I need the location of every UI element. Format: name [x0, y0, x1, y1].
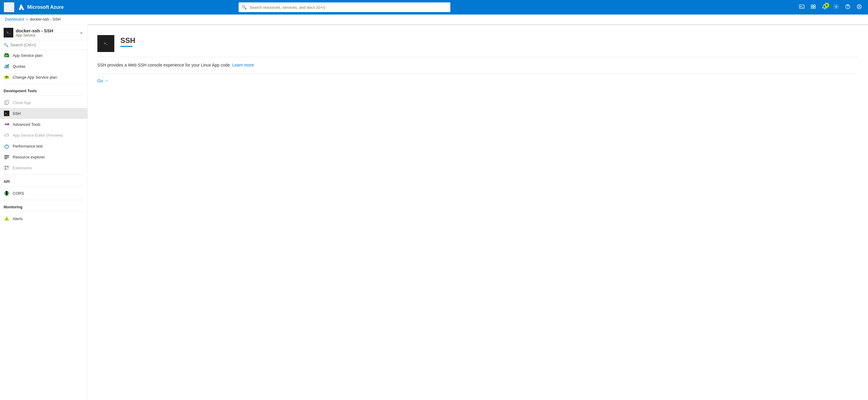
sidebar-item-change-plan[interactable]: Change App Service plan	[0, 72, 87, 83]
divider-6	[4, 212, 84, 212]
sidebar-item-ssh[interactable]: >_ SSH	[0, 108, 87, 119]
svg-rect-32	[4, 157, 9, 157]
sidebar-item-clone-app[interactable]: Clone App	[0, 97, 87, 108]
svg-rect-35	[7, 166, 9, 167]
svg-point-42	[6, 220, 7, 220]
help-button[interactable]	[843, 2, 853, 12]
main-layout: >_ docker-ssh - SSH App Service « 🔍 App …	[0, 24, 868, 400]
svg-line-28	[6, 133, 7, 137]
sidebar-resource-subtitle: App Service	[16, 33, 53, 37]
resource-explorer-icon	[4, 154, 10, 160]
sidebar-change-plan-label: Change App Service plan	[13, 75, 57, 80]
search-icon: 🔍	[242, 5, 247, 10]
svg-rect-19	[6, 66, 7, 68]
sidebar-app-service-plan-label: App Service plan	[13, 53, 42, 58]
sidebar-scroll-area: App Service plan Quotas Change App Servi…	[0, 50, 87, 400]
sidebar-ssh-label: SSH	[13, 111, 21, 116]
sidebar-search-icon: 🔍	[4, 43, 8, 47]
performance-test-icon	[4, 143, 10, 149]
breadcrumb-current: docker-ssh - SSH	[30, 17, 61, 22]
divider-4	[4, 186, 84, 187]
quotas-icon	[4, 63, 10, 69]
content-resource-icon: >_	[97, 35, 114, 52]
svg-rect-7	[813, 7, 815, 8]
hamburger-menu-button[interactable]: ☰	[4, 2, 14, 12]
svg-rect-31	[4, 155, 9, 156]
extensions-icon	[4, 165, 10, 171]
svg-rect-4	[811, 5, 813, 6]
settings-button[interactable]	[831, 2, 841, 12]
top-nav: ☰ Microsoft Azure 🔍 6	[0, 0, 868, 14]
change-plan-icon	[4, 74, 10, 80]
sidebar-clone-app-label: Clone App	[13, 100, 31, 105]
sidebar-quotas-label: Quotas	[13, 64, 25, 69]
sidebar-item-alerts[interactable]: Alerts	[0, 213, 87, 224]
svg-rect-15	[7, 53, 8, 54]
azure-logo-icon	[18, 4, 25, 10]
svg-rect-5	[813, 5, 815, 6]
go-link[interactable]: Go →	[97, 78, 108, 83]
sidebar-search-bar: 🔍	[0, 40, 87, 50]
sidebar-item-cors[interactable]: CORS	[0, 188, 87, 198]
svg-rect-33	[4, 158, 7, 159]
clone-app-icon	[4, 99, 10, 105]
advanced-tools-icon	[4, 121, 10, 127]
svg-rect-36	[4, 168, 6, 170]
app-logo: Microsoft Azure	[18, 4, 63, 10]
sidebar-item-performance-test[interactable]: Performance test	[0, 141, 87, 151]
svg-rect-13	[4, 54, 9, 57]
sidebar-item-quotas[interactable]: Quotas	[0, 61, 87, 72]
svg-rect-34	[4, 166, 6, 167]
content-description: SSH provides a Web SSH console experienc…	[97, 62, 858, 68]
directory-button[interactable]	[808, 2, 818, 12]
app-logo-text: Microsoft Azure	[27, 4, 63, 10]
notifications-button[interactable]: 6	[819, 2, 830, 12]
cors-icon	[4, 190, 10, 196]
content-inner: >_ SSH SSH provides a Web SSH console ex…	[88, 25, 868, 93]
content-area: >_ SSH SSH provides a Web SSH console ex…	[88, 24, 868, 400]
cloud-shell-button[interactable]	[797, 2, 807, 12]
sidebar-performance-test-label: Performance test	[13, 144, 43, 149]
sidebar-item-app-service-plan[interactable]: App Service plan	[0, 50, 87, 61]
app-service-plan-icon	[4, 52, 10, 58]
dev-tools-section-title: Development Tools	[0, 85, 87, 94]
svg-rect-6	[811, 7, 813, 8]
breadcrumb-dashboard-link[interactable]: Dashboard	[5, 17, 24, 22]
sidebar-item-extensions[interactable]: Extensions	[0, 162, 87, 173]
content-title-block: SSH	[120, 35, 135, 47]
svg-point-8	[836, 6, 837, 7]
page-title: SSH	[120, 36, 135, 45]
learn-more-link[interactable]: Learn more	[232, 63, 254, 67]
account-button[interactable]	[854, 2, 864, 12]
sidebar-item-resource-explorer[interactable]: Resource explorer	[0, 151, 87, 162]
svg-point-10	[847, 7, 848, 8]
sidebar-resource-header: >_ docker-ssh - SSH App Service «	[0, 24, 87, 40]
notification-badge: 6	[825, 3, 829, 7]
svg-point-12	[859, 5, 860, 7]
sidebar-item-advanced-tools[interactable]: Advanced Tools	[0, 119, 87, 130]
content-divider-1	[97, 57, 858, 57]
alerts-icon	[4, 216, 10, 222]
sidebar-resource-icon: >_	[4, 28, 13, 37]
app-service-editor-icon	[4, 132, 10, 138]
sidebar-search-input[interactable]	[10, 43, 84, 47]
divider-3	[4, 175, 84, 175]
svg-rect-18	[4, 67, 5, 68]
svg-point-30	[6, 145, 7, 146]
sidebar-advanced-tools-label: Advanced Tools	[13, 122, 40, 127]
sidebar-item-app-service-editor[interactable]: App Service Editor (Preview)	[0, 130, 87, 141]
sidebar-collapse-button[interactable]: «	[79, 29, 84, 36]
content-header: >_ SSH	[97, 35, 858, 52]
content-divider-2	[97, 73, 858, 73]
top-nav-actions: 6	[797, 2, 864, 12]
svg-rect-37	[7, 168, 9, 170]
sidebar-app-service-editor-label: App Service Editor (Preview)	[13, 133, 63, 137]
divider-5	[4, 200, 84, 200]
search-input[interactable]	[239, 2, 450, 12]
svg-rect-17	[5, 56, 7, 57]
monitoring-section-title: Monitoring	[0, 202, 87, 210]
sidebar-resource-title: docker-ssh - SSH	[16, 28, 53, 33]
api-section-title: API	[0, 176, 87, 185]
sidebar-alerts-label: Alerts	[13, 216, 23, 221]
global-search: 🔍	[239, 2, 450, 12]
